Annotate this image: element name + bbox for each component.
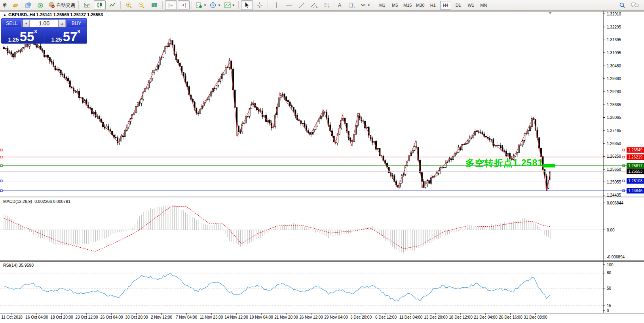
horizontal-line-icon[interactable] [283, 0, 295, 10]
crosshair-icon[interactable] [254, 0, 266, 10]
buy-price-sup: 8 [77, 29, 80, 34]
text-icon[interactable]: A [334, 0, 346, 10]
strategy-tester-icon[interactable] [34, 0, 46, 10]
date-axis-label: 19 Nov 04:00 [249, 315, 273, 319]
volume-decrease-button[interactable]: ▼ [23, 19, 30, 27]
svg-text:1.24646: 1.24646 [628, 189, 643, 193]
zoom-out-icon[interactable] [136, 0, 148, 10]
date-axis-label: 18 Oct 20:00 [50, 315, 73, 319]
date-axis-label: 26 Nov 12:00 [299, 315, 323, 319]
timeframe-m5[interactable]: M5 [389, 1, 401, 10]
price-axis-label: 1.31095 [607, 51, 621, 55]
date-axis-label: 14 Nov 12:00 [224, 315, 248, 319]
date-axis-label: 11 Dec 04:00 [399, 315, 423, 319]
tile-windows-icon[interactable] [148, 0, 160, 10]
buy-button[interactable]: BUY [66, 19, 86, 27]
toolbar-separator [238, 1, 239, 9]
profile-icon[interactable] [9, 0, 21, 10]
price-axis-label: 1.26850 [607, 141, 621, 146]
timeframe-m15[interactable]: M15 [402, 1, 413, 10]
buy-price-big: 57 [63, 31, 78, 42]
candlestick-chart-icon[interactable] [94, 0, 106, 10]
arrows-tool-icon[interactable]: ▼ [359, 0, 372, 10]
buy-price-prefix: 1.25 [51, 37, 62, 42]
search-icon[interactable] [616, 0, 628, 10]
new-chart-button[interactable]: ▼ [194, 0, 208, 10]
chat-icon[interactable] [629, 0, 641, 10]
toolbar-separator [374, 1, 374, 9]
date-axis-label: 21 Dec 04:00 [474, 315, 498, 319]
price-axis-label: 1.31695 [607, 38, 621, 42]
new-order-label: 单 [2, 2, 7, 9]
volume-increase-button[interactable]: ▲ [59, 19, 66, 27]
macd-axis-label: 0.006844 [607, 201, 623, 205]
volume-input[interactable]: 1.00 [30, 19, 59, 27]
svg-text:1.26219: 1.26219 [628, 155, 643, 159]
date-axis-label: 13 Dec 20:00 [424, 315, 448, 319]
macd-axis-label: 0.00 [607, 228, 615, 232]
new-order-button[interactable]: 单 [0, 0, 8, 10]
price-axis-label: 1.26250 [607, 154, 621, 159]
sell-price-sup: 3 [34, 29, 37, 34]
indicators-button[interactable]: ▼ [223, 0, 236, 10]
date-axis-label: 18 Dec 12:00 [449, 315, 473, 319]
trendline-icon[interactable] [296, 0, 308, 10]
dropdown-arrow-icon: ▼ [232, 4, 235, 7]
bar-chart-icon[interactable] [81, 0, 93, 10]
timeframe-d1[interactable]: D1 [453, 1, 464, 10]
equidistant-channel-icon[interactable]: E [308, 0, 320, 10]
rsi-axis-label: 50 [607, 286, 612, 291]
date-axis-label: 2 Nov 12:00 [151, 315, 172, 319]
chart-shift-icon[interactable] [178, 0, 190, 10]
dropdown-arrow-icon: ▼ [203, 4, 207, 7]
annotation-line-segment [543, 164, 555, 168]
date-axis-label: 11 Nov 23:00 [200, 315, 223, 319]
autotrading-button[interactable]: 自动交易 [47, 0, 76, 10]
dropdown-arrow-icon: ▼ [367, 4, 370, 7]
svg-text:E: E [316, 6, 318, 8]
sell-price-prefix: 1.25 [8, 37, 19, 42]
zoom-in-icon[interactable] [123, 0, 135, 10]
market-watch-icon[interactable] [22, 0, 34, 10]
date-axis-label: 16 Oct 04:00 [25, 315, 48, 319]
rsi-axis-label: 0 [607, 309, 609, 313]
mt4-window: 单 自动交易 [0, 0, 644, 323]
rsi-axis-label: 80 [607, 271, 612, 275]
buy-price[interactable]: 1.25 57 8 [45, 28, 87, 44]
text-label-icon[interactable]: T [346, 0, 358, 10]
period-button[interactable]: ▼ [209, 0, 222, 10]
collapse-panel-icon[interactable]: ▲ [3, 13, 6, 17]
toolbar-separator [120, 1, 121, 9]
line-chart-icon[interactable] [106, 0, 118, 10]
timeframe-h1[interactable]: H1 [427, 1, 439, 10]
toolbar: 单 自动交易 [0, 0, 644, 11]
dropdown-arrow-icon: ▼ [218, 4, 221, 7]
sell-price[interactable]: 1.25 55 3 [2, 28, 44, 44]
svg-text:T: T [351, 3, 353, 8]
vertical-line-icon[interactable] [270, 0, 282, 10]
svg-text:1.25103: 1.25103 [628, 179, 643, 183]
chart-region: 1.329101.322951.316951.310951.304801.298… [0, 11, 644, 323]
cursor-icon[interactable] [241, 0, 253, 10]
price-axis-label: 1.27465 [607, 128, 621, 133]
timeframe-h4[interactable]: H4 [440, 1, 451, 10]
svg-text:F: F [329, 6, 330, 8]
chart-canvas[interactable]: 1.329101.322951.316951.310951.304801.298… [0, 11, 644, 323]
timeframe-m30[interactable]: M30 [415, 1, 426, 10]
price-axis-label: 1.25650 [607, 167, 621, 172]
rsi-axis-label: 100 [607, 263, 614, 267]
sell-button[interactable]: SELL [2, 19, 22, 27]
price-axis-label: 1.32295 [607, 25, 621, 29]
chart-title: ▲ GBPUSD-,H4 1.25141 1.25569 1.25137 1.2… [3, 12, 103, 17]
timeframe-mn[interactable]: MN [478, 1, 489, 10]
annotation-text: 多空转折点1.2581 [454, 157, 543, 169]
fibonacci-icon[interactable]: F [321, 0, 333, 10]
toolbar-separator [162, 1, 163, 9]
price-axis-label: 1.32910 [607, 12, 621, 16]
date-axis-label: 3 Dec 20:00 [350, 315, 372, 319]
price-axis-label: 1.28665 [607, 103, 621, 107]
auto-scroll-icon[interactable] [165, 0, 177, 10]
timeframe-m1[interactable]: M1 [377, 1, 388, 10]
timeframe-w1[interactable]: W1 [465, 1, 477, 10]
autotrading-label: 自动交易 [56, 2, 75, 9]
